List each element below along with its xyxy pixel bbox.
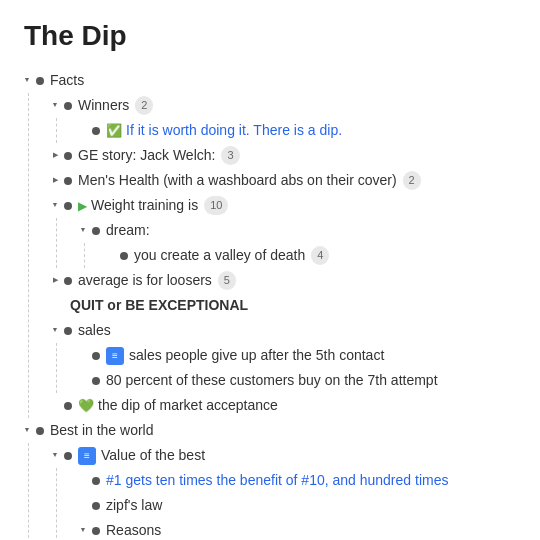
valley-row: you create a valley of death 4 (104, 243, 520, 268)
average-row: average is for loosers 5 (48, 268, 520, 293)
sales-toggle[interactable] (48, 324, 62, 338)
winners-toggle[interactable] (48, 99, 62, 113)
facts-label: Facts (50, 70, 84, 91)
average-toggle[interactable] (48, 274, 62, 288)
facts-toggle[interactable] (20, 74, 34, 88)
tree-item-winners: Winners 2 ✅ If it is worth doing it. The… (48, 93, 520, 143)
flag-icon: ▶ (78, 197, 87, 215)
tree-item-average: average is for loosers 5 (48, 268, 520, 293)
sales-give-up-row: ≡ sales people give up after the 5th con… (76, 343, 520, 368)
value-best-toggle[interactable] (48, 449, 62, 463)
dip-market-label: the dip of market acceptance (98, 395, 278, 416)
dream-label: dream: (106, 220, 150, 241)
worth-doing-row: ✅ If it is worth doing it. There is a di… (76, 118, 520, 143)
facts-children: Winners 2 ✅ If it is worth doing it. The… (20, 93, 520, 418)
number1-label: #1 gets ten times the benefit of #10, an… (106, 470, 448, 491)
eighty-percent-row: 80 percent of these customers buy on the… (76, 368, 520, 393)
winners-bullet (64, 102, 72, 110)
worth-doing-label: If it is worth doing it. There is a dip. (126, 120, 342, 141)
facts-bullet (36, 77, 44, 85)
value-best-bullet (64, 452, 72, 460)
weight-training-children: dream: you create a valley of death 4 (48, 218, 520, 268)
page-title: The Dip (24, 20, 520, 52)
tree-item-worth-doing: ✅ If it is worth doing it. There is a di… (76, 118, 520, 143)
tree-item-eighty-percent: 80 percent of these customers buy on the… (76, 368, 520, 393)
tree-item-best-in-world: Best in the world ≡ Value of the best (20, 418, 520, 540)
reasons-bullet (92, 527, 100, 535)
ge-story-label: GE story: Jack Welch: (78, 145, 215, 166)
ge-story-badge: 3 (221, 146, 239, 165)
tree-item-quit: QUIT or BE EXCEPTIONAL (48, 293, 520, 318)
facts-row: Facts (20, 68, 520, 93)
value-box-icon: ≡ (78, 447, 96, 465)
best-in-world-row: Best in the world (20, 418, 520, 443)
value-best-children: #1 gets ten times the benefit of #10, an… (48, 468, 520, 540)
valley-badge: 4 (311, 246, 329, 265)
best-in-world-children: ≡ Value of the best #1 gets ten times th… (20, 443, 520, 540)
tree-item-value-best: ≡ Value of the best #1 gets ten times th… (48, 443, 520, 540)
valley-label: you create a valley of death (134, 245, 305, 266)
average-bullet (64, 277, 72, 285)
zipfs-bullet (92, 502, 100, 510)
tree-item-dip-market: 💚 the dip of market acceptance (48, 393, 520, 418)
average-label: average is for loosers (78, 270, 212, 291)
sales-row: sales (48, 318, 520, 343)
winners-children: ✅ If it is worth doing it. There is a di… (48, 118, 520, 143)
zipfs-row: zipf's law (76, 493, 520, 518)
winners-badge: 2 (135, 96, 153, 115)
tree-container: Facts Winners 2 ✅ If it (20, 68, 520, 540)
weight-training-row: ▶ Weight training is 10 (48, 193, 520, 218)
value-best-row: ≡ Value of the best (48, 443, 520, 468)
heart-icon: 💚 (78, 396, 94, 416)
tree-item-ge-story: GE story: Jack Welch: 3 (48, 143, 520, 168)
value-best-label: Value of the best (101, 445, 205, 466)
eighty-percent-label: 80 percent of these customers buy on the… (106, 370, 438, 391)
mens-health-bullet (64, 177, 72, 185)
quit-label: QUIT or BE EXCEPTIONAL (70, 295, 248, 316)
dream-bullet (92, 227, 100, 235)
dream-children: you create a valley of death 4 (76, 243, 520, 268)
ge-story-bullet (64, 152, 72, 160)
sales-bullet (64, 327, 72, 335)
reasons-label: Reasons (106, 520, 161, 540)
weight-training-badge: 10 (204, 196, 228, 215)
tree-item-weight-training: ▶ Weight training is 10 dream: (48, 193, 520, 268)
mens-health-badge: 2 (403, 171, 421, 190)
sales-give-up-label: sales people give up after the 5th conta… (129, 345, 384, 366)
winners-row: Winners 2 (48, 93, 520, 118)
checkmark-icon: ✅ (106, 121, 122, 141)
worth-doing-bullet (92, 127, 100, 135)
quit-row: QUIT or BE EXCEPTIONAL (48, 293, 520, 318)
mens-health-toggle[interactable] (48, 174, 62, 188)
mens-health-label: Men's Health (with a washboard abs on th… (78, 170, 397, 191)
tree-item-zipfs: zipf's law (76, 493, 520, 518)
weight-training-label: Weight training is (91, 195, 198, 216)
sales-label: sales (78, 320, 111, 341)
best-in-world-toggle[interactable] (20, 424, 34, 438)
weight-training-toggle[interactable] (48, 199, 62, 213)
winners-label: Winners (78, 95, 129, 116)
tree-item-reasons: Reasons (76, 518, 520, 540)
ge-story-toggle[interactable] (48, 149, 62, 163)
best-in-world-bullet (36, 427, 44, 435)
sales-children: ≡ sales people give up after the 5th con… (48, 343, 520, 393)
tree-item-sales-give-up: ≡ sales people give up after the 5th con… (76, 343, 520, 368)
average-badge: 5 (218, 271, 236, 290)
reasons-toggle[interactable] (76, 524, 90, 538)
number1-row: #1 gets ten times the benefit of #10, an… (76, 468, 520, 493)
tree-item-sales: sales ≡ sales people give up after the 5… (48, 318, 520, 393)
tree-item-dream: dream: you create a valley of death 4 (76, 218, 520, 268)
dip-market-bullet (64, 402, 72, 410)
blue-box-icon: ≡ (106, 347, 124, 365)
best-in-world-label: Best in the world (50, 420, 154, 441)
zipfs-label: zipf's law (106, 495, 162, 516)
mens-health-row: Men's Health (with a washboard abs on th… (48, 168, 520, 193)
number1-bullet (92, 477, 100, 485)
dip-market-row: 💚 the dip of market acceptance (48, 393, 520, 418)
dream-row: dream: (76, 218, 520, 243)
valley-bullet (120, 252, 128, 260)
tree-item-mens-health: Men's Health (with a washboard abs on th… (48, 168, 520, 193)
dream-toggle[interactable] (76, 224, 90, 238)
tree-item-valley: you create a valley of death 4 (104, 243, 520, 268)
ge-story-row: GE story: Jack Welch: 3 (48, 143, 520, 168)
